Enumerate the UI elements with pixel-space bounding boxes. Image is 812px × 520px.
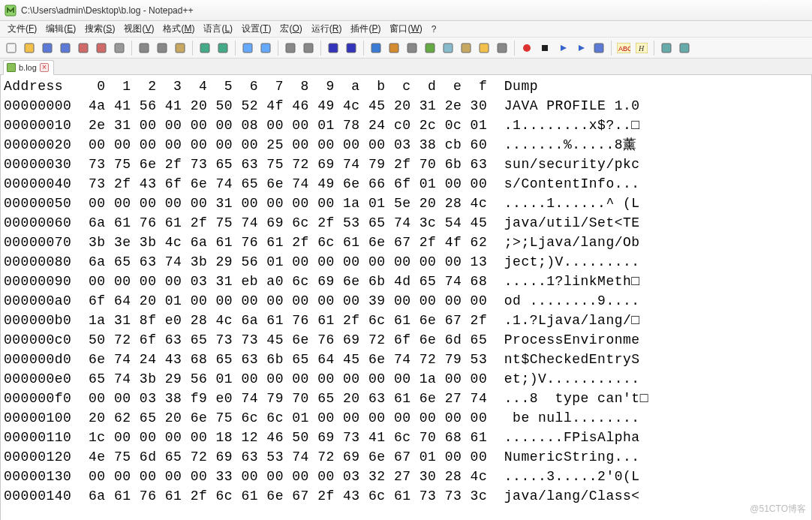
svg-rect-8 xyxy=(140,44,149,53)
svg-rect-18 xyxy=(347,44,356,53)
svg-rect-13 xyxy=(243,44,252,53)
svg-rect-6 xyxy=(97,44,106,53)
menu-运行[interactable]: 运行(R) xyxy=(307,21,347,37)
svg-rect-11 xyxy=(200,44,209,53)
indent-guide-icon[interactable] xyxy=(404,40,420,56)
func-list-icon[interactable] xyxy=(458,40,474,56)
svg-text:H: H xyxy=(638,44,645,53)
open-file-icon[interactable] xyxy=(21,40,38,56)
toolbar-separator xyxy=(278,41,278,56)
toolbar-separator xyxy=(611,41,612,56)
new-file-icon[interactable] xyxy=(3,40,20,56)
editor-area[interactable]: Address 0 1 2 3 4 5 6 7 8 9 a b c d e f … xyxy=(0,75,812,520)
menu-宏[interactable]: 宏(O) xyxy=(275,21,306,37)
menu-help[interactable]: ? xyxy=(427,23,441,36)
sync-v-icon[interactable] xyxy=(325,40,341,56)
svg-rect-28 xyxy=(542,45,548,51)
save-macro-icon[interactable] xyxy=(591,40,607,56)
hex-dump: Address 0 1 2 3 4 5 6 7 8 9 a b c d e f … xyxy=(1,75,811,507)
toolbar-separator xyxy=(363,41,364,56)
svg-rect-23 xyxy=(444,44,453,53)
menu-格式[interactable]: 格式(M) xyxy=(158,21,199,37)
svg-rect-12 xyxy=(218,44,227,53)
cut-icon[interactable] xyxy=(136,40,152,56)
copy-icon[interactable] xyxy=(154,40,170,56)
tab-b-log[interactable]: b.log × xyxy=(3,60,54,75)
menu-设置[interactable]: 设置(T) xyxy=(237,21,275,37)
svg-rect-25 xyxy=(480,44,489,53)
toolbar-separator xyxy=(514,41,515,56)
toolbar-separator xyxy=(192,41,193,56)
tab-close-button[interactable]: × xyxy=(40,63,49,72)
svg-marker-29 xyxy=(561,45,567,51)
doc-map-icon[interactable] xyxy=(440,40,456,56)
find-icon[interactable] xyxy=(239,40,256,56)
menu-窗口[interactable]: 窗口(W) xyxy=(385,21,426,37)
svg-rect-36 xyxy=(662,44,671,53)
app-icon xyxy=(5,5,17,17)
close-all-icon[interactable] xyxy=(93,40,110,56)
save-icon[interactable] xyxy=(39,40,56,56)
menu-视图[interactable]: 视图(V) xyxy=(119,21,158,37)
svg-point-27 xyxy=(523,44,531,52)
titlebar: C:\Users\admin\Desktop\b.log - Notepad++ xyxy=(0,0,812,21)
svg-rect-31 xyxy=(594,44,603,53)
svg-rect-15 xyxy=(286,44,295,53)
menubar: 文件(F)编辑(E)搜索(S)视图(V)格式(M)语言(L)设置(T)宏(O)运… xyxy=(0,21,812,38)
svg-rect-14 xyxy=(261,44,270,53)
redo-icon[interactable] xyxy=(215,40,231,56)
spellcheck-icon[interactable]: ABC xyxy=(615,40,632,56)
svg-rect-26 xyxy=(498,44,507,53)
menu-插件[interactable]: 插件(P) xyxy=(346,21,385,37)
replace-icon[interactable] xyxy=(257,40,274,56)
sync-h-icon[interactable] xyxy=(343,40,359,56)
monitor-icon[interactable] xyxy=(494,40,510,56)
highlight-icon[interactable]: H xyxy=(633,40,650,56)
menu-搜索[interactable]: 搜索(S) xyxy=(80,21,119,37)
all-chars-icon[interactable] xyxy=(386,40,402,56)
print-icon[interactable] xyxy=(111,40,128,56)
lang-icon[interactable] xyxy=(422,40,438,56)
compare-clear-icon[interactable] xyxy=(676,40,693,56)
svg-rect-20 xyxy=(389,44,398,53)
file-icon xyxy=(7,63,16,72)
zoom-out-icon[interactable] xyxy=(300,40,317,56)
svg-rect-21 xyxy=(408,44,417,53)
svg-rect-2 xyxy=(25,44,34,53)
toolbar-separator xyxy=(235,41,236,56)
folder-workspace-icon[interactable] xyxy=(476,40,492,56)
svg-text:ABC: ABC xyxy=(618,45,630,53)
toolbar: ABCH xyxy=(0,38,812,59)
svg-rect-17 xyxy=(329,44,338,53)
close-icon[interactable] xyxy=(75,40,92,56)
wordwrap-icon[interactable] xyxy=(368,40,384,56)
svg-rect-7 xyxy=(115,44,124,53)
tab-label: b.log xyxy=(19,63,37,72)
undo-icon[interactable] xyxy=(197,40,213,56)
stop-macro-icon[interactable] xyxy=(537,40,553,56)
menu-语言[interactable]: 语言(L) xyxy=(199,21,237,37)
svg-rect-1 xyxy=(7,44,16,53)
play-multi-icon[interactable] xyxy=(573,40,589,56)
svg-rect-37 xyxy=(680,44,689,53)
svg-rect-9 xyxy=(158,44,167,53)
play-macro-icon[interactable] xyxy=(555,40,571,56)
svg-rect-22 xyxy=(426,44,435,53)
svg-rect-10 xyxy=(176,44,185,53)
svg-rect-24 xyxy=(462,44,471,53)
zoom-in-icon[interactable] xyxy=(282,40,299,56)
menu-文件[interactable]: 文件(F) xyxy=(3,21,41,37)
paste-icon[interactable] xyxy=(172,40,188,56)
svg-rect-5 xyxy=(79,44,88,53)
compare-icon[interactable] xyxy=(658,40,675,56)
tab-strip: b.log × xyxy=(0,59,812,75)
svg-rect-19 xyxy=(371,44,380,53)
record-macro-icon[interactable] xyxy=(519,40,535,56)
svg-rect-16 xyxy=(304,44,313,53)
menu-编辑[interactable]: 编辑(E) xyxy=(41,21,80,37)
toolbar-separator xyxy=(654,41,654,56)
window-title: C:\Users\admin\Desktop\b.log - Notepad++ xyxy=(21,5,193,16)
save-all-icon[interactable] xyxy=(57,40,74,56)
svg-rect-4 xyxy=(61,44,70,53)
toolbar-separator xyxy=(320,41,321,56)
